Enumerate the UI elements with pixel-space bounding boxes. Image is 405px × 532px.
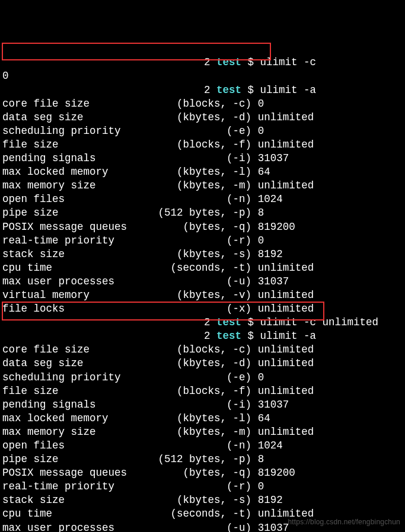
ulimit-row: pending signals (-i) 31037 (2, 152, 405, 165)
limit-label: scheduling priority (2, 125, 127, 137)
prompt-num: 2 (204, 316, 211, 328)
ulimit-row: POSIX message queues (bytes, -q) 819200 (2, 466, 405, 480)
prompt-dir: test (216, 84, 241, 96)
limit-value: unlimited (258, 180, 314, 191)
limit-unit: (bytes, -q) (133, 467, 252, 479)
ulimit-row: max memory size (kbytes, -m) unlimited (2, 179, 405, 193)
limit-label: cpu time (2, 508, 127, 520)
limit-label: max user processes (2, 275, 127, 287)
limit-label: stack size (2, 248, 127, 260)
command-text: ulimit -c (260, 56, 317, 68)
limit-value: 64 (258, 412, 270, 424)
limit-unit: (seconds, -t) (133, 262, 252, 274)
ulimit-row: core file size (blocks, -c) unlimited (2, 343, 405, 357)
limit-label: max locked memory (2, 412, 127, 424)
limit-unit: (blocks, -c) (133, 98, 252, 110)
limit-value: unlimited (258, 139, 314, 150)
limit-value: 31037 (258, 399, 289, 411)
limit-label: stack size (2, 494, 127, 506)
limit-unit: (kbytes, -d) (133, 357, 252, 369)
limit-label: real-time priority (2, 235, 127, 246)
prompt-line[interactable]: 2 test $ ulimit -a (2, 84, 405, 97)
limit-unit: (-e) (133, 371, 252, 383)
limit-label: max locked memory (2, 166, 127, 178)
limit-unit: (-e) (133, 125, 252, 137)
limit-unit: (kbytes, -s) (133, 248, 252, 260)
prompt-line[interactable]: 2 test $ ulimit -c unlimited (2, 316, 405, 329)
limit-unit: (512 bytes, -p) (133, 207, 252, 219)
limit-value: 0 (258, 125, 264, 137)
limit-label: POSIX message queues (2, 467, 127, 479)
ulimit-row: real-time priority (-r) 0 (2, 234, 405, 248)
limit-label: pipe size (2, 453, 127, 465)
limit-unit: (-u) (133, 275, 252, 287)
limit-value: 31037 (258, 152, 289, 164)
limit-value: 819200 (258, 221, 295, 233)
ulimit-row: data seg size (kbytes, -d) unlimited (2, 111, 405, 124)
limit-label: core file size (2, 98, 127, 110)
limit-unit: (-u) (133, 522, 252, 532)
prompt-dir: test (216, 56, 241, 68)
ulimit-row: scheduling priority (-e) 0 (2, 124, 405, 138)
limit-unit: (-n) (133, 193, 252, 205)
limit-value: unlimited (258, 344, 314, 355)
terminal-output: 2 test $ ulimit -c02 test $ ulimit -acor… (2, 56, 405, 532)
limit-label: pending signals (2, 399, 127, 411)
limit-unit: (-r) (133, 235, 252, 246)
prompt-line[interactable]: 2 test $ ulimit -a (2, 329, 405, 343)
limit-unit: (-x) (133, 303, 252, 315)
ulimit-row: stack size (kbytes, -s) 8192 (2, 493, 405, 507)
limit-value: unlimited (258, 262, 314, 274)
limit-label: max memory size (2, 426, 127, 438)
limit-label: pending signals (2, 152, 127, 164)
prompt-sep: $ (248, 316, 254, 328)
limit-unit: (kbytes, -s) (133, 494, 252, 506)
ulimit-row: max locked memory (kbytes, -l) 64 (2, 165, 405, 179)
limit-label: open files (2, 440, 127, 451)
command-text: ulimit -c unlimited (260, 316, 379, 328)
limit-label: pipe size (2, 207, 127, 219)
limit-unit: (-i) (133, 399, 252, 411)
limit-label: core file size (2, 344, 127, 355)
limit-value: 1024 (258, 440, 283, 451)
limit-unit: (kbytes, -d) (133, 111, 252, 123)
prompt-sep: $ (248, 56, 254, 68)
limit-value: unlimited (258, 385, 314, 397)
prompt-sep: $ (248, 84, 254, 96)
ulimit-row: max user processes (-u) 31037 (2, 275, 405, 289)
limit-unit: (bytes, -q) (133, 221, 252, 233)
prompt-num: 2 (204, 84, 211, 96)
limit-label: max user processes (2, 522, 127, 532)
limit-unit: (kbytes, -l) (133, 412, 252, 424)
watermark-text: https://blog.csdn.net/fengbingchun (288, 518, 400, 527)
limit-value: 0 (258, 480, 264, 492)
limit-unit: (-n) (133, 440, 252, 451)
limit-value: 64 (258, 166, 270, 178)
ulimit-row: file size (blocks, -f) unlimited (2, 384, 405, 398)
prompt-num: 2 (204, 56, 211, 68)
limit-value: 1024 (258, 193, 283, 205)
limit-value: 31037 (258, 522, 289, 532)
ulimit-row: scheduling priority (-e) 0 (2, 371, 405, 384)
ulimit-row: core file size (blocks, -c) 0 (2, 97, 405, 111)
limit-value: 0 (258, 235, 264, 246)
limit-label: virtual memory (2, 289, 127, 301)
ulimit-row: pipe size (512 bytes, -p) 8 (2, 453, 405, 466)
ulimit-row: file size (blocks, -f) unlimited (2, 138, 405, 152)
limit-label: data seg size (2, 111, 127, 123)
prompt-line[interactable]: 2 test $ ulimit -c (2, 56, 405, 69)
ulimit-row: max locked memory (kbytes, -l) 64 (2, 412, 405, 425)
limit-unit: (kbytes, -v) (133, 289, 252, 301)
command-text: ulimit -a (260, 330, 317, 342)
limit-label: scheduling priority (2, 371, 127, 383)
ulimit-row: open files (-n) 1024 (2, 193, 405, 206)
ulimit-row: POSIX message queues (bytes, -q) 819200 (2, 220, 405, 234)
prompt-dir: test (216, 330, 241, 342)
limit-value: 819200 (258, 467, 295, 479)
ulimit-row: file locks (-x) unlimited (2, 302, 405, 316)
limit-label: data seg size (2, 357, 127, 369)
limit-unit: (512 bytes, -p) (133, 453, 252, 465)
limit-label: open files (2, 193, 127, 205)
ulimit-row: data seg size (kbytes, -d) unlimited (2, 357, 405, 370)
ulimit-row: open files (-n) 1024 (2, 439, 405, 453)
